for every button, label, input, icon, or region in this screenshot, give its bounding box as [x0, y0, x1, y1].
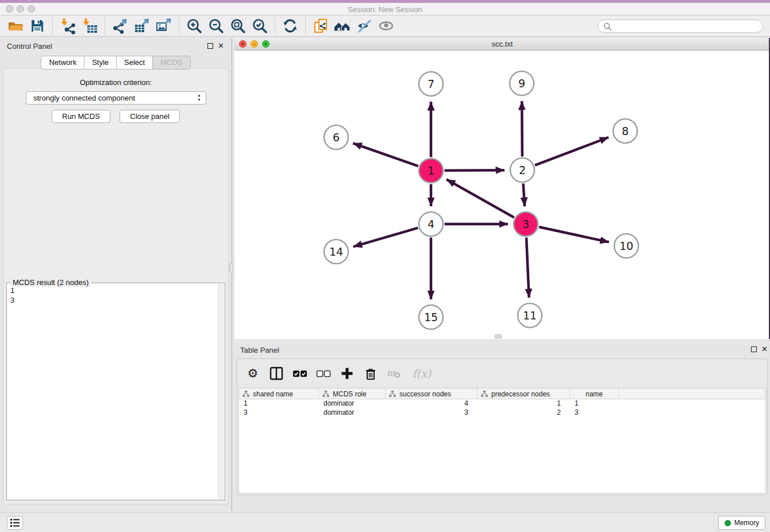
- graph-edge-3-1[interactable]: [446, 179, 514, 217]
- column-header-predecessor-nodes[interactable]: predecessor nodes: [478, 388, 570, 399]
- optimization-criterion-label: Optimization criterion:: [3, 78, 228, 87]
- column-view-icon: [269, 366, 284, 381]
- save-floppy-icon: [29, 17, 46, 34]
- close-panel-button[interactable]: Close panel: [120, 110, 180, 123]
- table-settings-button[interactable]: ⚙: [245, 365, 260, 381]
- import-network-icon: [59, 17, 76, 34]
- node-table[interactable]: shared nameMCDS rolesuccessor nodesprede…: [238, 388, 766, 494]
- float-panel-icon[interactable]: [207, 43, 213, 49]
- panel-divider: [232, 38, 232, 511]
- delete-columns-button[interactable]: [363, 365, 378, 381]
- float-table-panel-icon[interactable]: [751, 346, 757, 352]
- table-cell[interactable]: 3: [570, 408, 619, 418]
- task-history-button[interactable]: [7, 516, 23, 530]
- toolbar-separator: [105, 17, 105, 34]
- column-header-MCDS-role[interactable]: MCDS role: [319, 388, 386, 399]
- zoom-out-button[interactable]: [205, 16, 227, 36]
- delete-table-button[interactable]: [387, 365, 402, 381]
- glasses-slash-icon: [356, 17, 373, 34]
- search-input[interactable]: [598, 20, 763, 33]
- column-header-shared-name[interactable]: shared name: [239, 388, 319, 399]
- open-file-button[interactable]: [5, 16, 26, 36]
- column-label: name: [586, 390, 603, 398]
- zoom-selected-button[interactable]: [249, 16, 271, 36]
- zoom-fit-button[interactable]: [227, 16, 249, 36]
- graph-node-label-7: 7: [428, 78, 434, 90]
- column-header-name[interactable]: name: [570, 388, 619, 399]
- export-table-button[interactable]: [131, 16, 153, 36]
- save-session-button[interactable]: [26, 16, 48, 36]
- table-cell[interactable]: 1: [239, 399, 319, 408]
- table-cell[interactable]: 3: [239, 408, 319, 418]
- column-view-button[interactable]: [269, 365, 284, 381]
- home-icon: [333, 17, 352, 34]
- select-all-button[interactable]: [292, 365, 307, 381]
- table-cell[interactable]: dominator: [319, 408, 386, 418]
- tab-style[interactable]: Style: [84, 56, 117, 70]
- graph-node-label-11: 11: [523, 309, 537, 322]
- fx-icon: f(x): [413, 367, 432, 380]
- import-table-button[interactable]: [79, 16, 101, 36]
- dropdown-value: strongly connected component: [33, 94, 135, 102]
- network-window-titlebar[interactable]: ✕ − + scc.txt: [234, 38, 770, 51]
- refresh-button[interactable]: [279, 16, 301, 36]
- table-cell[interactable]: 1: [570, 399, 619, 408]
- graph-edge-1-2[interactable]: [444, 170, 505, 171]
- close-panel-icon[interactable]: ✕: [218, 41, 224, 50]
- graph-node-label-10: 10: [619, 240, 633, 252]
- column-header-successor-nodes[interactable]: successor nodes: [386, 388, 478, 399]
- graph-edge-4-14[interactable]: [353, 228, 418, 247]
- table-cell[interactable]: dominator: [319, 399, 386, 408]
- toolbar-separator: [52, 17, 53, 34]
- close-table-panel-icon[interactable]: ✕: [761, 345, 768, 353]
- network-view-window: ✕ − + scc.txt 7968124314101511: [234, 38, 770, 339]
- canvas-hscrollbar-handle[interactable]: [495, 334, 502, 338]
- unselect-all-button[interactable]: [316, 365, 331, 381]
- export-image-button[interactable]: [153, 16, 175, 36]
- graph-edge-1-6[interactable]: [353, 143, 418, 166]
- mcds-result-text[interactable]: 13: [10, 286, 14, 305]
- graph-edge-2-3[interactable]: [523, 183, 525, 206]
- zoom-selected-icon: [251, 17, 268, 34]
- show-eye-button[interactable]: [375, 16, 397, 36]
- table-cell[interactable]: 4: [386, 399, 478, 408]
- table-panel-title: Table Panel: [240, 346, 279, 354]
- table-toolbar: ⚙ f(x): [245, 364, 433, 383]
- add-column-button[interactable]: [340, 365, 355, 381]
- eye-icon: [378, 17, 395, 34]
- optimization-criterion-select[interactable]: strongly connected component ▲▼: [26, 91, 206, 105]
- export-network-button[interactable]: [109, 16, 131, 36]
- refresh-icon: [282, 17, 299, 34]
- open-folder-icon: [7, 17, 24, 34]
- run-mcds-button[interactable]: Run MCDS: [52, 110, 110, 123]
- table-cell[interactable]: 3: [386, 408, 478, 418]
- graph-edge-3-11[interactable]: [526, 237, 529, 298]
- graph-node-label-9: 9: [518, 77, 525, 90]
- hide-glasses-button[interactable]: [353, 16, 375, 36]
- network-canvas[interactable]: 7968124314101511: [234, 51, 770, 339]
- graph-edge-2-8[interactable]: [535, 137, 609, 165]
- panel-divider-handle[interactable]: [229, 263, 233, 272]
- home-button[interactable]: [332, 16, 353, 36]
- graph-edge-2-9[interactable]: [522, 101, 522, 157]
- clone-network-button[interactable]: [310, 16, 332, 36]
- network-graph[interactable]: 7968124314101511: [234, 51, 770, 339]
- table-cell[interactable]: 1: [478, 399, 570, 408]
- zoom-in-button[interactable]: [183, 16, 205, 36]
- tab-mcds[interactable]: MCDS: [153, 56, 190, 70]
- import-network-button[interactable]: [57, 16, 79, 36]
- graph-edge-3-10[interactable]: [539, 227, 609, 242]
- column-label: MCDS role: [333, 390, 367, 398]
- result-scrollbar[interactable]: [218, 284, 224, 499]
- table-row-1[interactable]: 3dominator323: [239, 408, 765, 418]
- table-row-0[interactable]: 1dominator411: [239, 399, 765, 408]
- tab-select[interactable]: Select: [117, 56, 153, 70]
- tab-network[interactable]: Network: [41, 56, 84, 70]
- memory-button[interactable]: Memory: [718, 516, 765, 530]
- function-builder-button[interactable]: f(x): [410, 365, 433, 381]
- column-type-icon: [242, 391, 249, 397]
- trash-icon: [363, 366, 378, 381]
- toolbar-separator: [305, 17, 306, 34]
- table-cell[interactable]: 2: [478, 408, 570, 418]
- clone-network-icon: [312, 17, 329, 34]
